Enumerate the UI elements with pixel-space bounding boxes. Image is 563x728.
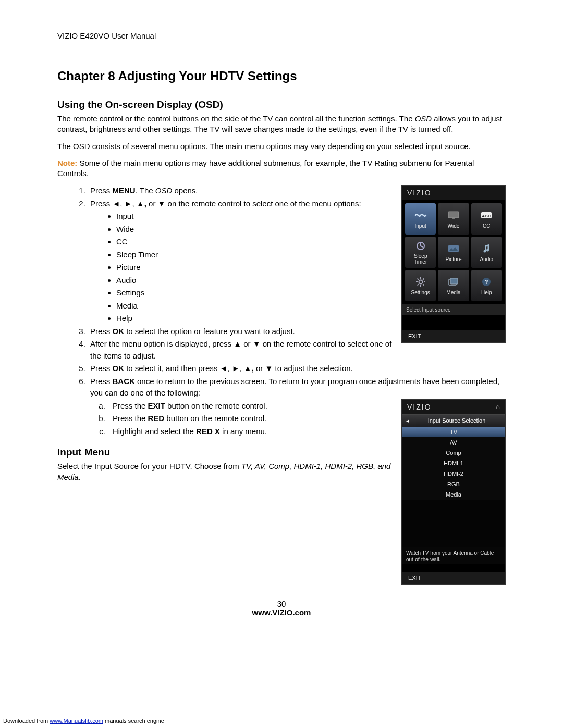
osd-main-menu: VIZIO Input Wide ABC CC [401, 185, 506, 343]
svg-rect-5 [448, 245, 459, 252]
picture-icon [446, 243, 461, 254]
osd-steps-list-cont: Press OK to select it, and then press ◄,… [57, 363, 506, 399]
step-2: Press ◄, ►, ▲, or ▼ on the remote contro… [88, 198, 395, 325]
svg-line-14 [417, 284, 418, 285]
osd-steps-list: Press MENU. The OSD opens. Press ◄, ►, ▲… [57, 185, 395, 362]
cc-icon: ABC [479, 209, 494, 221]
input-item-av[interactable]: AV [402, 437, 505, 448]
svg-line-13 [423, 278, 424, 279]
list-item: Picture [116, 262, 395, 274]
svg-rect-0 [448, 212, 459, 218]
input-description: Watch TV from your Antenna or Cable out-… [402, 547, 505, 564]
svg-point-6 [419, 280, 422, 283]
page-footer: 30 www.VIZIO.com [57, 599, 506, 617]
music-note-icon [479, 243, 494, 254]
osd-status-text: Select Input source [402, 304, 505, 315]
input-paragraph: Select the Input Source for your HDTV. C… [57, 461, 395, 483]
input-item-tv[interactable]: TV [402, 427, 505, 437]
osd-grid: Input Wide ABC CC Sleep Timer [402, 200, 505, 304]
svg-text:ABC: ABC [482, 214, 492, 218]
question-icon: ? [479, 276, 494, 288]
step-4: After the menu option is displayed, pres… [88, 338, 395, 362]
section-osd-title: Using the On-screen Display (OSD) [57, 99, 506, 110]
media-icon [446, 276, 461, 288]
substep-b: Press the RED button on the remote contr… [107, 413, 395, 425]
osd-paragraph-2: The OSD consists of several menu options… [57, 141, 506, 152]
list-item: CC [116, 236, 395, 248]
input-item-rgb[interactable]: RGB [402, 479, 505, 489]
osd-tile-audio[interactable]: Audio [471, 237, 502, 268]
list-item: Settings [116, 287, 395, 299]
osd-paragraph-1: The remote control or the control button… [57, 114, 506, 135]
input-title-bar: ◂ Input Source Selection [402, 414, 505, 427]
list-item: Input [116, 211, 395, 223]
manualslib-link[interactable]: www.Manualslib.com [50, 718, 103, 724]
list-item: Help [116, 313, 395, 325]
input-item-hdmi1[interactable]: HDMI-1 [402, 458, 505, 468]
osd-tile-media[interactable]: Media [438, 270, 469, 301]
back-icon[interactable]: ◂ [406, 417, 409, 424]
osd-tile-cc[interactable]: ABC CC [471, 203, 502, 235]
osd-note: Note: Some of the main menu options may … [57, 158, 506, 179]
osd-tile-settings[interactable]: Settings [405, 270, 436, 301]
page-number: 30 [57, 599, 506, 608]
osd-tile-wide[interactable]: Wide [438, 203, 469, 235]
step-5: Press OK to select it, and then press ◄,… [88, 363, 506, 375]
site-url: www.VIZIO.com [57, 608, 506, 617]
list-item: Sleep Timer [116, 249, 395, 261]
step-1: Press MENU. The OSD opens. [88, 185, 395, 197]
clock-icon [413, 240, 428, 251]
substep-a: Press the EXIT button on the remote cont… [107, 400, 395, 412]
input-item-comp[interactable]: Comp [402, 448, 505, 458]
list-item: Wide [116, 224, 395, 236]
osd-tile-sleep[interactable]: Sleep Timer [405, 237, 436, 268]
svg-rect-1 [452, 218, 455, 219]
vizio-logo: VIZIO [407, 403, 432, 411]
svg-line-12 [423, 284, 424, 285]
gear-icon [413, 276, 428, 288]
download-footer: Downloaded from www.Manualslib.com manua… [3, 718, 164, 724]
step-3: Press OK to select the option or feature… [88, 326, 395, 338]
osd-tile-input[interactable]: Input [405, 203, 436, 235]
step-6: Press BACK once to return to the previou… [88, 376, 506, 399]
chapter-title: Chapter 8 Adjusting Your HDTV Settings [57, 69, 506, 83]
substep-c: Highlight and select the RED X in any me… [107, 426, 395, 438]
doc-header: VIZIO E420VO User Manual [57, 31, 506, 40]
vizio-logo: VIZIO [402, 186, 505, 200]
input-item-hdmi2[interactable]: HDMI-2 [402, 468, 505, 479]
list-item: Audio [116, 275, 395, 287]
osd-tile-help[interactable]: ? Help [471, 270, 502, 301]
home-icon[interactable]: ⌂ [496, 403, 500, 411]
list-item: Media [116, 300, 395, 312]
osd-tile-picture[interactable]: Picture [438, 237, 469, 268]
section-input-title: Input Menu [57, 447, 395, 458]
input-source-panel: VIZIO ⌂ ◂ Input Source Selection TV AV C… [401, 399, 506, 585]
input-source-list: TV AV Comp HDMI-1 HDMI-2 RGB Media [402, 427, 505, 547]
note-label: Note: [57, 158, 77, 167]
svg-line-11 [417, 278, 418, 279]
osd-exit-button[interactable]: EXIT [402, 330, 505, 342]
cable-icon [413, 209, 428, 221]
menu-options-list: Input Wide CC Sleep Timer Picture Audio … [116, 211, 395, 325]
substeps-list: Press the EXIT button on the remote cont… [107, 400, 395, 438]
input-item-media[interactable]: Media [402, 489, 505, 500]
monitor-icon [446, 209, 461, 221]
input-exit-button[interactable]: EXIT [402, 572, 505, 584]
svg-rect-16 [450, 278, 458, 284]
svg-text:?: ? [485, 279, 488, 285]
